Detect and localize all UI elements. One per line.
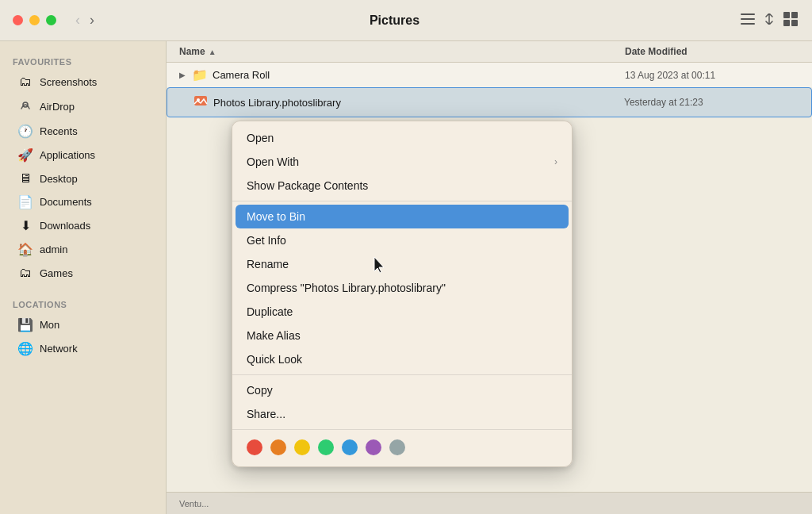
view-sort-button[interactable]: [763, 12, 776, 29]
ctx-show-package[interactable]: Show Package Contents: [232, 174, 572, 198]
ctx-copy[interactable]: Copy: [232, 378, 572, 402]
window-controls: [13, 15, 56, 25]
ctx-color-tags: [232, 433, 572, 462]
downloads-label: Downloads: [40, 220, 90, 232]
screenshots-label: Screenshots: [40, 76, 97, 88]
locations-header: Locations: [0, 293, 166, 313]
svg-rect-5: [783, 20, 790, 26]
ctx-compress[interactable]: Compress "Photos Library.photoslibrary": [232, 276, 572, 300]
ctx-share[interactable]: Share...: [232, 402, 572, 426]
sidebar-item-desktop[interactable]: 🖥 Desktop: [5, 167, 161, 190]
ctx-open-with[interactable]: Open With ›: [232, 150, 572, 174]
sidebar-item-downloads[interactable]: ⬇ Downloads: [5, 214, 161, 237]
title-actions: [739, 10, 799, 30]
color-gray-dot[interactable]: [389, 439, 405, 455]
svg-rect-4: [791, 12, 798, 18]
games-label: Games: [40, 267, 73, 279]
applications-label: Applications: [40, 149, 95, 161]
admin-icon: 🏠: [17, 242, 33, 257]
ctx-divider-3: [232, 429, 572, 430]
ctx-duplicate[interactable]: Duplicate: [232, 300, 572, 324]
sidebar-item-applications[interactable]: 🚀 Applications: [5, 144, 161, 167]
ctx-get-info[interactable]: Get Info: [232, 228, 572, 252]
network-label: Network: [40, 343, 78, 355]
downloads-icon: ⬇: [17, 218, 33, 233]
window-title: Pictures: [59, 13, 730, 28]
documents-label: Documents: [40, 196, 92, 208]
airdrop-label: AirDrop: [40, 101, 75, 113]
ctx-open[interactable]: Open: [232, 126, 572, 150]
title-bar: ‹ › Pictures: [0, 0, 812, 41]
ctx-rename[interactable]: Rename: [232, 252, 572, 276]
games-icon: 🗂: [17, 266, 33, 280]
sidebar-item-mon[interactable]: 💾 Mon: [5, 313, 161, 336]
desktop-icon: 🖥: [17, 171, 33, 186]
sidebar-item-recents[interactable]: 🕐 Recents: [5, 120, 161, 143]
close-button[interactable]: [13, 15, 23, 25]
view-list-button[interactable]: [739, 12, 756, 29]
network-icon: 🌐: [17, 341, 33, 356]
content-area: Name ▲ Date Modified ▶ 📁 Camera Roll 13 …: [167, 41, 812, 514]
admin-label: admin: [40, 244, 67, 255]
airdrop-icon: [17, 98, 33, 115]
svg-rect-2: [741, 23, 755, 25]
minimize-button[interactable]: [29, 15, 40, 25]
ctx-make-alias[interactable]: Make Alias: [232, 324, 572, 347]
screenshots-icon: 🗂: [17, 75, 33, 89]
sidebar-item-games[interactable]: 🗂 Games: [5, 262, 161, 284]
color-blue-dot[interactable]: [342, 439, 358, 455]
color-green-dot[interactable]: [318, 439, 334, 455]
color-purple-dot[interactable]: [366, 439, 381, 455]
ctx-move-to-bin[interactable]: Move to Bin: [236, 205, 569, 228]
color-orange-dot[interactable]: [270, 439, 286, 455]
recents-icon: 🕐: [17, 124, 33, 139]
recents-label: Recents: [40, 125, 78, 137]
svg-rect-3: [783, 12, 790, 18]
sidebar: Favourites 🗂 Screenshots AirDrop 🕐 Recen…: [0, 41, 167, 514]
svg-rect-1: [741, 18, 755, 20]
context-menu: Open Open With › Show Package Contents M…: [232, 121, 573, 467]
sidebar-item-documents[interactable]: 📄 Documents: [5, 190, 161, 213]
color-yellow-dot[interactable]: [294, 439, 310, 455]
ctx-divider-1: [232, 201, 572, 201]
main-layout: Favourites 🗂 Screenshots AirDrop 🕐 Recen…: [0, 41, 812, 514]
view-grid-button[interactable]: [782, 10, 799, 30]
mon-icon: 💾: [17, 317, 33, 332]
maximize-button[interactable]: [46, 15, 56, 25]
sidebar-item-network[interactable]: 🌐 Network: [5, 337, 161, 360]
color-red-dot[interactable]: [247, 439, 262, 455]
submenu-arrow-icon: ›: [554, 156, 557, 167]
svg-rect-6: [791, 20, 798, 26]
ctx-divider-2: [232, 374, 572, 375]
sidebar-item-admin[interactable]: 🏠 admin: [5, 238, 161, 261]
context-menu-overlay[interactable]: Open Open With › Show Package Contents M…: [167, 41, 812, 514]
favourites-header: Favourites: [0, 51, 166, 70]
svg-rect-0: [741, 13, 755, 15]
ctx-quick-look[interactable]: Quick Look: [232, 347, 572, 371]
desktop-label: Desktop: [40, 173, 78, 185]
sidebar-item-screenshots[interactable]: 🗂 Screenshots: [5, 71, 161, 93]
mon-label: Mon: [40, 319, 59, 331]
documents-icon: 📄: [17, 194, 33, 209]
applications-icon: 🚀: [17, 148, 33, 163]
sidebar-item-airdrop[interactable]: AirDrop: [5, 94, 161, 119]
